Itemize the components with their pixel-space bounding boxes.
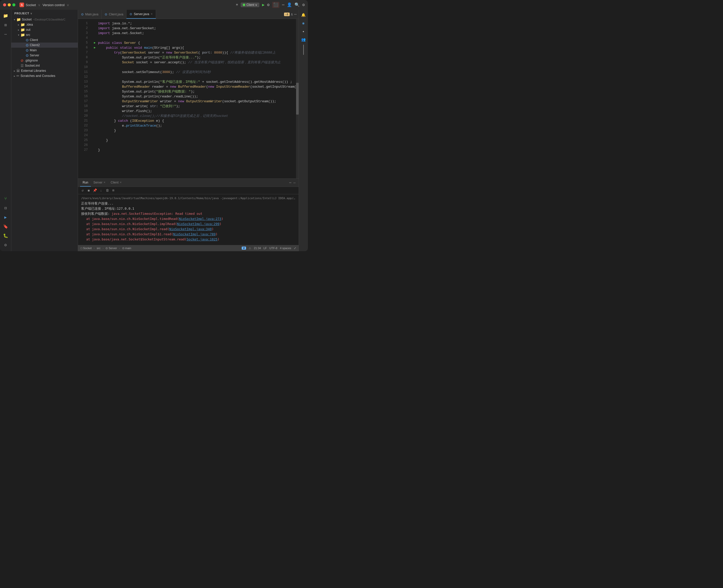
bottom-tab-server[interactable]: Server ✕ — [91, 178, 108, 187]
notifications-icon[interactable]: 🔔 — [300, 12, 307, 18]
code-line-22: e.printStackTrace(); — [93, 123, 296, 128]
tree-label-server: Server — [30, 54, 39, 57]
maximize-button[interactable] — [12, 3, 15, 6]
code-line-14: BufferedReader reader = new BufferedRead… — [93, 84, 296, 89]
minimize-button[interactable] — [8, 3, 11, 6]
editor-container: ⊙ Main.java ⊙ Client.java ⊙ Server.java … — [78, 10, 299, 251]
tree-item-server[interactable]: ⊙ Server — [11, 53, 78, 58]
more-tools-icon[interactable]: ⋯ — [2, 30, 10, 39]
tree-item-socket-iml[interactable]: ☰ Socket.iml — [11, 63, 78, 68]
tree-label-socket: Socket — [22, 18, 32, 21]
search-icon[interactable]: 🔍 — [295, 2, 300, 7]
tab-close-server[interactable]: ✕ — [150, 13, 153, 15]
more-icon[interactable]: ⋯ — [282, 2, 284, 7]
tree-item-client[interactable]: ⊙ Client — [11, 37, 78, 43]
fold-button[interactable]: ⊞ — [111, 188, 116, 193]
run-tab-label: Run — [83, 181, 88, 184]
tree-item-main[interactable]: ⊙ Main — [11, 48, 78, 53]
settings-icon[interactable]: ⚙ — [267, 2, 270, 7]
tab-server-java[interactable]: ⊙ Server.java ✕ — [126, 10, 156, 19]
code-line-25: } — [93, 138, 296, 143]
terminal-icon[interactable]: ⊟ — [2, 204, 10, 212]
java-icon-server-tab: ⊙ — [129, 12, 132, 16]
bottom-tab-client[interactable]: Client ✕ — [108, 178, 124, 187]
error-link-4[interactable]: NioSocketImpl.java:789 — [173, 232, 216, 236]
run-arrow-5[interactable]: ▶ — [94, 41, 98, 45]
folder-icon-src: 📁 — [21, 33, 25, 37]
console-line-2: 客户端已连接，IP地址:127.0.0.1 — [81, 206, 296, 211]
client-run-dropdown[interactable]: Client ∨ — [241, 3, 259, 7]
gear-icon[interactable]: ⚙ — [302, 2, 305, 7]
tab-label-client: Client.java — [109, 13, 123, 16]
code-line-26 — [93, 143, 296, 148]
status-expand-icon[interactable]: ⤢ — [294, 247, 296, 250]
app-icon: S — [20, 3, 24, 7]
code-line-27: } — [93, 148, 296, 152]
pin-button[interactable]: 📌 — [92, 188, 98, 193]
settings2-icon[interactable]: ⚙ — [2, 241, 10, 249]
clear-button[interactable]: 🗑 — [105, 188, 110, 193]
run-button[interactable]: ▶ — [262, 2, 264, 7]
error-link-3[interactable]: NioSocketImpl.java:340 — [169, 227, 212, 231]
status-lf[interactable]: LF — [263, 247, 267, 250]
status-encoding[interactable]: UTF-8 — [269, 247, 277, 250]
plugin-icon[interactable]: 👥 — [300, 36, 307, 43]
structure-icon[interactable]: ⊞ — [2, 21, 10, 29]
status-spaces[interactable]: 4 spaces — [280, 247, 291, 250]
status-v-icon[interactable]: V — [242, 247, 246, 250]
stop-button[interactable]: ◼ — [86, 188, 91, 193]
scroll-down-button[interactable]: ↓ — [99, 188, 104, 193]
tab-main-java[interactable]: ⊙ Main.java — [78, 10, 102, 19]
tree-item-scratches[interactable]: ▸ ✏ Scratches and Consoles — [11, 73, 78, 79]
folder-icon-socket: 📁 — [16, 17, 21, 22]
error-link-2[interactable]: NioSocketImpl.java:299 — [177, 222, 220, 226]
bottom-minimize-icon[interactable]: — — [293, 181, 297, 185]
tab-actions: ⚠1 ∧ ⋯ — [284, 12, 299, 17]
ai-assistant-icon[interactable]: ◉ — [300, 20, 307, 26]
copilot-icon[interactable]: ✦ — [300, 28, 307, 34]
minimap-scrollbar[interactable] — [296, 19, 299, 178]
java-icon-server: ⊙ — [26, 53, 29, 58]
console-line-1: 正在等待客户连接... — [81, 201, 296, 206]
tree-item-gitignore[interactable]: ⊘ .gitignore — [11, 58, 78, 63]
sidebar-header: Project ∨ — [11, 10, 78, 17]
tab-expand-icon[interactable]: ⋯ — [294, 12, 297, 17]
sidebar: Project ∨ ▾ 📁 Socket ~/Desktop/CS/JavaWe… — [11, 10, 78, 251]
tab-client-java[interactable]: ⊙ Client.java — [102, 10, 126, 19]
tree-item-client2[interactable]: ⊙ Client2 — [11, 43, 78, 48]
bookmark-icon[interactable]: 🔖 — [2, 223, 10, 231]
rerun-button[interactable]: ↺ — [80, 188, 85, 193]
tree-arrow-external-libs: ▸ — [12, 69, 16, 72]
code-line-2: import java.net.ServerSocket; — [93, 26, 296, 31]
tree-item-idea[interactable]: ▸ 📁 .idea — [11, 22, 78, 27]
error-link-5[interactable]: Socket.java:1025 — [186, 237, 217, 241]
close-button[interactable] — [3, 3, 6, 6]
error-link-1[interactable]: NioSocketImpl.java:273 — [179, 217, 221, 221]
tree-item-src[interactable]: ▾ 📁 src — [11, 32, 78, 37]
bottom-tab-run[interactable]: Run — [80, 178, 91, 187]
folder-icon[interactable]: 📁 — [2, 12, 10, 20]
sidebar-dropdown-icon[interactable]: ∨ — [30, 12, 32, 15]
run-console-icon[interactable]: ▶ — [2, 213, 10, 222]
git-icon-gitignore: ⊘ — [21, 59, 24, 63]
run-arrow-6[interactable]: ▶ — [94, 45, 98, 50]
bottom-tabs: Run Server ✕ Client ✕ ⋯ — — [78, 178, 299, 187]
server-tab-close[interactable]: ✕ — [103, 181, 105, 184]
debug-icon[interactable]: 🐛 — [2, 232, 10, 240]
bottom-more-icon[interactable]: ⋯ — [288, 181, 292, 185]
tree-item-out[interactable]: ▸ 📁 out — [11, 27, 78, 32]
record-button[interactable]: ⬛ — [272, 2, 279, 8]
folder-icon-out: 📁 — [21, 28, 25, 32]
sun-icon[interactable]: ☀ — [236, 2, 238, 7]
tab-collapse-icon[interactable]: ∧ — [291, 12, 293, 17]
code-line-5: ▶ public class Server { — [93, 41, 296, 45]
titlebar-actions: ☀ Client ∨ ▶ ⚙ ⬛ ⋯ 👤 🔍 ⚙ — [236, 2, 305, 8]
version-control-label[interactable]: Version control — [43, 3, 65, 7]
user-icon[interactable]: 👤 — [287, 2, 292, 7]
client-tab-close[interactable]: ✕ — [120, 181, 122, 184]
tree-item-socket[interactable]: ▾ 📁 Socket ~/Desktop/CS/JavaWeb/C — [11, 17, 78, 22]
git-icon[interactable]: ⑂ — [2, 195, 10, 203]
tree-item-external-libs[interactable]: ▸ 🏛 External Libraries — [11, 68, 78, 73]
app-name[interactable]: Socket — [26, 3, 36, 7]
tree-arrow-socket: ▾ — [12, 18, 16, 21]
